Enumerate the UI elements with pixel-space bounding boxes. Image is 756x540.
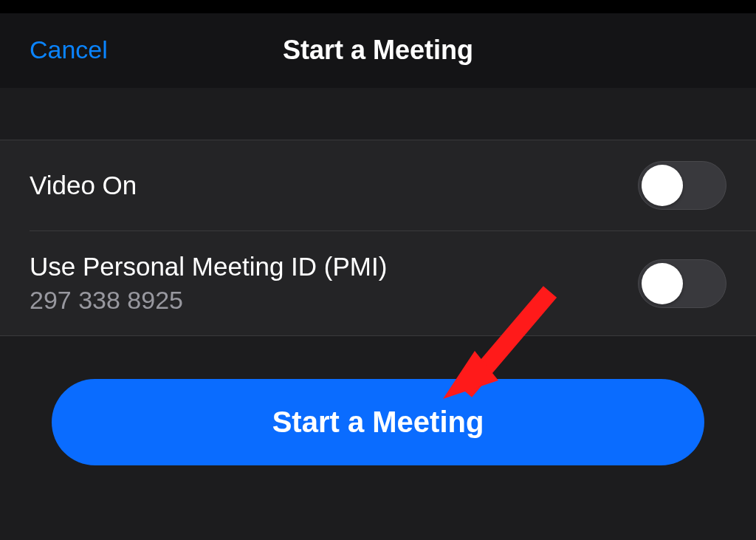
toggle-knob [642,165,683,206]
pmi-text: Use Personal Meeting ID (PMI) 297 338 89… [30,252,387,315]
video-on-row: Video On [0,140,756,230]
video-on-text: Video On [30,171,137,200]
pmi-row: Use Personal Meeting ID (PMI) 297 338 89… [30,230,756,335]
toggle-knob [642,263,683,304]
pmi-toggle[interactable] [638,259,726,308]
pmi-label: Use Personal Meeting ID (PMI) [30,252,387,281]
cancel-button[interactable]: Cancel [30,35,108,64]
header: Cancel Start a Meeting [0,13,756,88]
settings-list: Video On Use Personal Meeting ID (PMI) 2… [0,140,756,336]
status-bar [0,0,756,13]
video-on-label: Video On [30,171,137,200]
video-on-toggle[interactable] [638,161,726,210]
pmi-id: 297 338 8925 [30,286,387,315]
start-meeting-button[interactable]: Start a Meeting [52,379,704,465]
button-container: Start a Meeting [0,336,756,508]
spacer [0,88,756,140]
page-title: Start a Meeting [283,35,473,66]
